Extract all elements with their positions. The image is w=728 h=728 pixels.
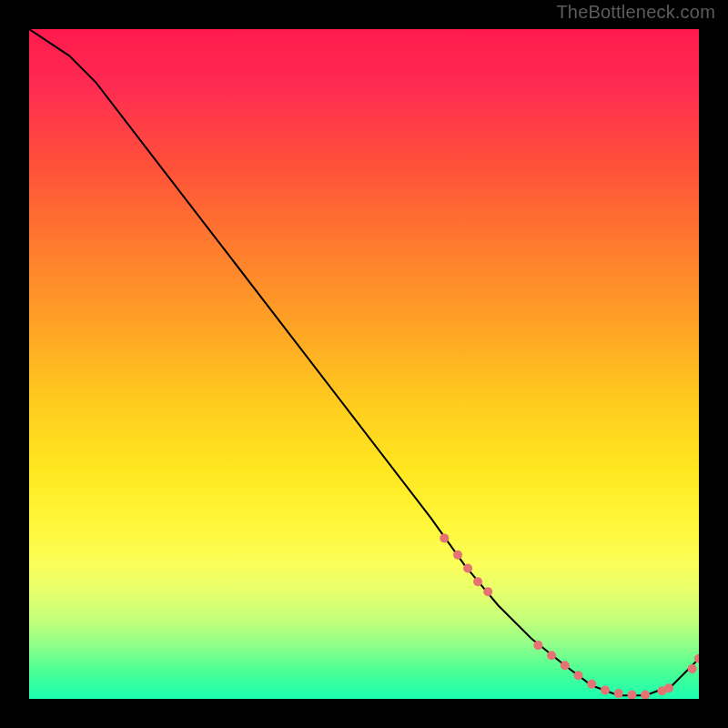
data-point [664, 683, 673, 693]
plot-svg [29, 29, 699, 699]
data-point [574, 671, 583, 680]
data-point [483, 587, 492, 596]
plot-frame [25, 25, 703, 703]
data-point [641, 691, 650, 699]
attribution-label: TheBottleneck.com [556, 2, 715, 23]
chart-root: TheBottleneck.com [0, 0, 728, 728]
highlight-dots-group [440, 533, 699, 699]
data-point [547, 651, 556, 660]
bottleneck-curve [29, 29, 699, 695]
data-point [688, 664, 697, 673]
data-point [473, 577, 482, 586]
data-point [601, 685, 610, 694]
data-point [453, 551, 462, 560]
data-point [587, 680, 596, 689]
data-point [463, 564, 472, 573]
data-point [533, 641, 542, 650]
data-point [561, 661, 570, 670]
plot-gradient-bg [29, 29, 699, 699]
data-point [440, 533, 449, 542]
data-point [614, 689, 623, 698]
data-point [627, 691, 636, 699]
